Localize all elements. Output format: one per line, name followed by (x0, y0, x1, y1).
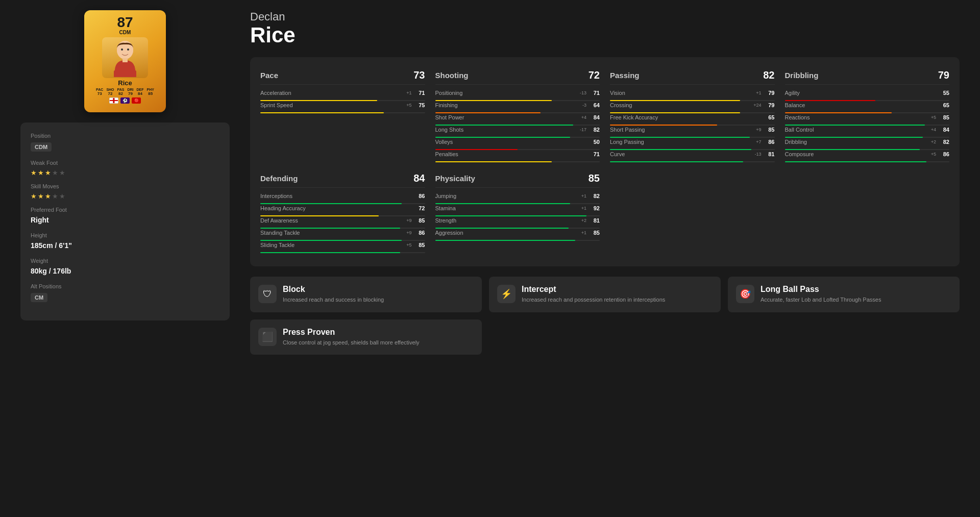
card-position: CDM (119, 30, 131, 35)
stat-bar-container-shooting-1 (435, 112, 600, 113)
stat-category-shooting: Shooting 72 Positioning -13 71 Finishing… (435, 67, 600, 165)
stat-row-defending-1: Heading Accuracy 72 (260, 205, 425, 211)
stat-bar-container-dribbling-1 (785, 112, 950, 113)
card-stats-row: PAC73 SHO72 PAS82 DRI79 DEF84 PHY85 (96, 88, 154, 96)
stat-bar-container-shooting-2 (435, 125, 600, 126)
stat-bar-physicality-3 (435, 240, 600, 241)
stat-bar-fill-dribbling-3 (785, 137, 923, 138)
stat-value-passing-2: 65 (764, 114, 775, 120)
stat-modifier-physicality-1: +1 (576, 206, 586, 211)
height-section: Height 185cm / 6'1" (31, 232, 219, 250)
stat-name-physicality-3: Aggression (435, 230, 577, 236)
stat-name-shooting-3: Long Shots (435, 127, 577, 133)
stat-bar-physicality-1 (435, 215, 600, 216)
stat-cat-header-pace: Pace 73 (260, 69, 425, 85)
stat-bar-dribbling-0 (785, 100, 950, 101)
stat-bar-shooting-1 (435, 112, 600, 113)
stat-modifier-passing-1: +24 (751, 103, 762, 108)
stat-cat-header-shooting: Shooting 72 (435, 69, 600, 85)
stat-value-defending-0: 86 (414, 193, 425, 199)
stat-cat-name-shooting: Shooting (435, 71, 469, 80)
skill-moves-label: Skill Moves (31, 183, 219, 189)
trait-desc-1: Increased reach and possession retention… (522, 296, 665, 304)
stat-value-dribbling-1: 65 (938, 102, 949, 108)
stat-modifier-physicality-0: +1 (576, 193, 586, 199)
trait-name-0: Block (283, 285, 384, 294)
stat-row-shooting-4: Volleys 50 (435, 139, 600, 145)
stat-name-shooting-0: Positioning (435, 90, 577, 96)
skill-star-1: ★ (31, 192, 37, 199)
stat-bar-container-passing-4 (610, 149, 775, 150)
stat-bar-fill-dribbling-1 (785, 112, 892, 113)
card-name: Rice (118, 79, 132, 87)
stat-bar-fill-shooting-4 (435, 149, 518, 150)
stat-bar-dribbling-3 (785, 137, 950, 138)
svg-rect-2 (114, 70, 136, 77)
stat-bar-fill-dribbling-5 (785, 161, 926, 162)
stat-cat-header-dribbling: Dribbling 79 (785, 69, 950, 85)
stat-cat-header-defending: Defending 84 (260, 173, 425, 188)
stat-name-dribbling-0: Agility (785, 90, 926, 96)
stat-bar-physicality-2 (435, 228, 600, 229)
position-label: Position (31, 133, 219, 139)
svg-point-5 (127, 48, 129, 51)
stat-bar-physicality-0 (435, 203, 600, 204)
stat-cat-value-pace: 73 (413, 69, 425, 81)
stat-value-passing-3: 85 (764, 127, 775, 133)
stat-row-passing-2: Free Kick Accuracy 65 (610, 114, 775, 120)
stat-value-defending-3: 86 (414, 230, 425, 236)
weak-foot-label: Weak Foot (31, 160, 219, 166)
trait-card-2: 🎯 Long Ball Pass Accurate, faster Lob an… (728, 277, 960, 312)
stat-bar-container-defending-0 (260, 203, 425, 204)
stat-bar-fill-passing-4 (610, 149, 751, 150)
stat-value-dribbling-2: 85 (938, 114, 949, 120)
stat-cat-name-physicality: Physicality (435, 174, 475, 183)
trait-name-2: Long Ball Pass (761, 285, 881, 294)
stat-modifier-physicality-2: +2 (576, 218, 586, 223)
trait-card-3: ⬛ Press Proven Close control at jog spee… (250, 319, 482, 355)
stat-name-pace-1: Sprint Speed (260, 102, 402, 108)
stat-category-dribbling: Dribbling 79 Agility 55 Balance 65 (785, 67, 950, 165)
weak-foot-stars: ★ ★ ★ ★ ★ (31, 169, 219, 175)
stat-bar-dribbling-4 (785, 149, 950, 150)
stat-name-dribbling-3: Ball Control (785, 127, 926, 133)
star-5: ★ (59, 169, 65, 175)
stat-cat-name-defending: Defending (260, 174, 298, 183)
stat-name-dribbling-5: Composure (785, 151, 926, 157)
player-firstname: Declan (250, 10, 960, 23)
player-card: 87 CDM (84, 10, 166, 112)
stat-bar-shooting-2 (435, 125, 600, 126)
stat-modifier-shooting-3: -17 (576, 127, 586, 132)
stat-row-defending-3: Standing Tackle +9 86 (260, 230, 425, 236)
trait-icon-1: ⚡ (497, 285, 516, 303)
stat-row-passing-1: Crossing +24 79 (610, 102, 775, 108)
stat-bar-shooting-3 (435, 137, 600, 138)
stat-name-passing-5: Curve (610, 151, 751, 157)
stat-name-dribbling-1: Balance (785, 102, 926, 108)
stat-modifier-shooting-1: -3 (576, 103, 586, 108)
stat-name-dribbling-4: Dribbling (785, 139, 926, 145)
left-panel: 87 CDM (20, 10, 240, 321)
height-value: 185cm / 6'1" (31, 241, 219, 250)
svg-point-4 (121, 48, 123, 51)
stat-bar-container-pace-1 (260, 112, 425, 113)
stat-cat-header-passing: Passing 82 (610, 69, 775, 85)
stat-bar-container-passing-1 (610, 112, 775, 113)
stat-value-defending-4: 85 (414, 242, 425, 248)
stat-bar-defending-0 (260, 203, 425, 204)
stat-category-physicality: Physicality 85 Jumping +1 82 Stamina +1 … (435, 170, 600, 256)
stat-modifier-dribbling-4: +2 (926, 139, 936, 144)
stat-value-shooting-4: 50 (589, 139, 600, 145)
stat-bar-shooting-0 (435, 100, 600, 101)
stat-value-dribbling-4: 82 (938, 139, 949, 145)
stat-value-pace-1: 75 (414, 102, 425, 108)
stat-cat-name-passing: Passing (610, 71, 640, 80)
stat-bar-fill-shooting-1 (435, 112, 541, 113)
stat-bar-container-passing-2 (610, 125, 775, 126)
weight-value: 80kg / 176lb (31, 267, 219, 275)
stat-value-dribbling-3: 84 (938, 127, 949, 133)
stat-bar-passing-3 (610, 137, 775, 138)
stat-modifier-pace-1: +5 (402, 103, 412, 108)
traits-grid: 🛡 Block Increased reach and success in b… (250, 277, 960, 312)
stat-value-shooting-3: 82 (589, 127, 600, 133)
